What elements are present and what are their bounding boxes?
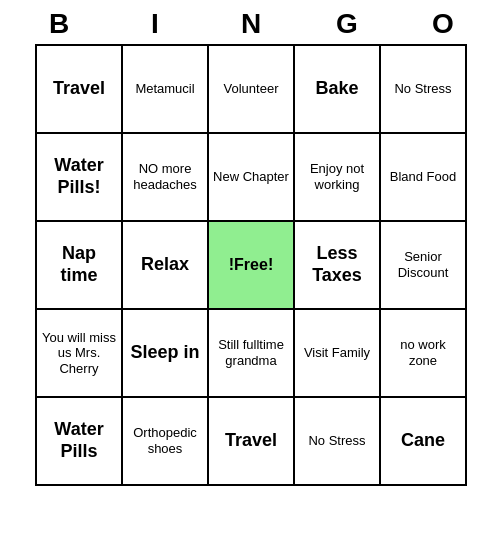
bingo-cell: no work zone [381, 310, 467, 398]
bingo-cell: Water Pills [37, 398, 123, 486]
bingo-cell: New Chapter [209, 134, 295, 222]
bingo-cell: You will miss us Mrs. Cherry [37, 310, 123, 398]
bingo-cell: Metamucil [123, 46, 209, 134]
bingo-letter: I [112, 8, 198, 40]
bingo-cell: Water Pills! [37, 134, 123, 222]
bingo-cell: No Stress [295, 398, 381, 486]
bingo-cell: Nap time [37, 222, 123, 310]
bingo-cell: Volunteer [209, 46, 295, 134]
bingo-cell: Still fulltime grandma [209, 310, 295, 398]
bingo-cell: Senior Discount [381, 222, 467, 310]
bingo-cell: NO more headaches [123, 134, 209, 222]
bingo-letter: B [16, 8, 102, 40]
bingo-letter: G [304, 8, 390, 40]
bingo-letter: O [400, 8, 486, 40]
bingo-cell: Visit Family [295, 310, 381, 398]
bingo-cell: Travel [37, 46, 123, 134]
bingo-cell: Cane [381, 398, 467, 486]
bingo-cell: Orthopedic shoes [123, 398, 209, 486]
bingo-cell: Bake [295, 46, 381, 134]
bingo-cell: Relax [123, 222, 209, 310]
bingo-cell: Less Taxes [295, 222, 381, 310]
bingo-cell: No Stress [381, 46, 467, 134]
bingo-title: BINGO [11, 8, 491, 40]
bingo-letter: N [208, 8, 294, 40]
bingo-cell: Bland Food [381, 134, 467, 222]
bingo-cell: Enjoy not working [295, 134, 381, 222]
bingo-cell: Travel [209, 398, 295, 486]
bingo-cell: Sleep in [123, 310, 209, 398]
bingo-cell: !Free! [209, 222, 295, 310]
bingo-grid: TravelMetamucilVolunteerBakeNo StressWat… [35, 44, 467, 486]
